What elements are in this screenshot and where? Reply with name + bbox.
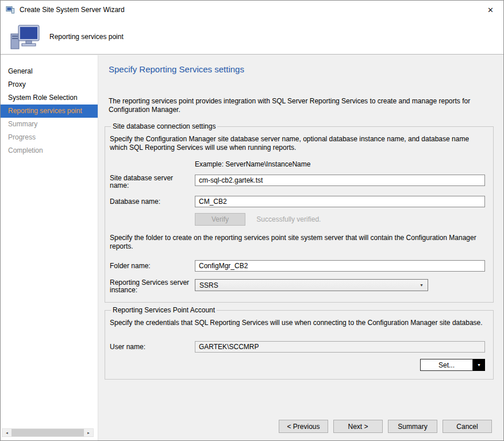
page-intro-text: The reporting services point provides in… xyxy=(109,97,490,114)
header-page-title: Reporting services point xyxy=(49,33,124,41)
site-database-server-label: Site database server name: xyxy=(110,175,195,189)
server-name-example-text: Example: ServerName\InstanceName xyxy=(195,160,485,168)
database-name-input[interactable] xyxy=(195,196,485,207)
wizard-app-icon xyxy=(6,5,15,14)
chevron-down-icon: ▼ xyxy=(420,283,424,287)
reporting-services-instance-select[interactable]: SSRS ▼ xyxy=(195,279,428,291)
verify-button[interactable]: Verify xyxy=(195,213,245,226)
set-dropdown-arrow-icon[interactable]: ▼ xyxy=(473,359,485,371)
set-button-label[interactable]: Set... xyxy=(420,359,473,371)
scrollbar-right-arrow-icon[interactable]: ► xyxy=(84,429,93,436)
folder-name-input[interactable] xyxy=(195,260,485,272)
db-group-description: Specify the Configuration Manager site d… xyxy=(110,135,485,152)
account-group-description: Specify the credentials that SQL Reporti… xyxy=(110,319,485,327)
sidebar-item-reporting-services-point[interactable]: Reporting services point xyxy=(1,105,98,118)
wizard-page-content: Specify Reporting Services settings The … xyxy=(98,55,503,440)
wizard-steps-sidebar: General Proxy System Role Selection Repo… xyxy=(1,55,98,440)
scrollbar-thumb[interactable] xyxy=(11,429,84,436)
account-group-title: Reporting Services Point Account xyxy=(111,306,217,314)
wizard-window: Create Site System Server Wizard ✕ Repor… xyxy=(0,0,504,441)
title-bar: Create Site System Server Wizard ✕ xyxy=(1,1,503,19)
previous-button[interactable]: < Previous xyxy=(279,420,328,433)
verify-status-text: Successfully verified. xyxy=(256,215,321,223)
reporting-services-instance-value: SSRS xyxy=(199,281,218,289)
cancel-button[interactable]: Cancel xyxy=(443,420,492,433)
database-name-label: Database name: xyxy=(110,198,195,206)
sidebar-item-progress: Progress xyxy=(1,131,98,144)
user-name-label: User name: xyxy=(110,343,195,351)
set-account-split-button[interactable]: Set... ▼ xyxy=(420,359,485,371)
site-database-server-input[interactable] xyxy=(195,175,485,186)
scrollbar-left-arrow-icon[interactable]: ◄ xyxy=(2,429,11,436)
folder-description-text: Specify the folder to create on the repo… xyxy=(110,234,485,251)
reporting-services-instance-label: Reporting Services server instance: xyxy=(110,279,195,294)
site-system-computer-icon xyxy=(9,23,41,51)
summary-button[interactable]: Summary xyxy=(388,420,437,433)
wizard-footer: < Previous Next > Summary Cancel xyxy=(279,420,492,433)
sidebar-item-system-role-selection[interactable]: System Role Selection xyxy=(1,91,98,105)
sidebar-item-completion: Completion xyxy=(1,144,98,157)
site-database-connection-group: Site database connection settings Specif… xyxy=(105,122,494,303)
sidebar-item-proxy[interactable]: Proxy xyxy=(1,78,98,91)
close-button[interactable]: ✕ xyxy=(478,1,503,19)
sidebar-horizontal-scrollbar[interactable]: ◄ ► xyxy=(2,428,94,437)
sidebar-item-general[interactable]: General xyxy=(1,65,98,78)
user-name-input[interactable] xyxy=(195,341,485,353)
next-button[interactable]: Next > xyxy=(333,420,383,433)
site-database-connection-group-title: Site database connection settings xyxy=(111,122,217,130)
page-heading: Specify Reporting Services settings xyxy=(109,64,503,74)
sidebar-item-summary: Summary xyxy=(1,118,98,131)
window-title: Create Site System Server Wizard xyxy=(20,6,125,14)
wizard-header: Reporting services point xyxy=(1,19,503,55)
folder-name-label: Folder name: xyxy=(110,262,195,270)
reporting-services-point-account-group: Reporting Services Point Account Specify… xyxy=(105,306,494,380)
